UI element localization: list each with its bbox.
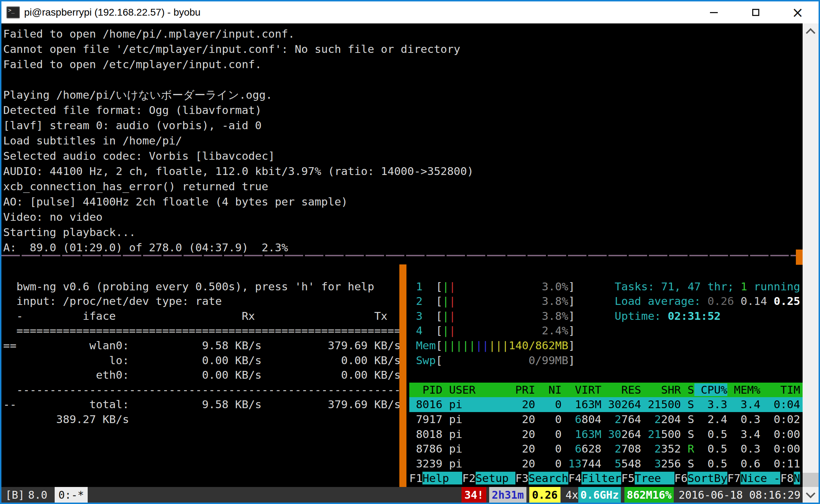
terminal-line: AO: [pulse] 44100Hz 2ch floatle (4 bytes…	[3, 194, 801, 209]
terminal-line: Selected audio codec: Vorbis [libavcodec…	[3, 148, 801, 164]
close-button[interactable]: ×	[777, 1, 819, 23]
window-title: pi@raspberrypi (192.168.22.57) - byobu	[24, 7, 201, 18]
status-segment-backend-indicator: [B]	[4, 487, 26, 503]
chevron-down-icon	[806, 488, 815, 498]
maximize-button[interactable]	[735, 1, 777, 23]
terminal-line: Starting playback...	[3, 225, 801, 240]
terminal-line: xcb_connection_has_error() returned true	[3, 179, 801, 194]
byobu-status-bar: [B]8.00:-* 34!2h31m0.264x0.6GHz862M16%20…	[1, 487, 803, 503]
terminal-line: 4 [|| 2.4%]	[409, 323, 803, 338]
terminal-line: eth0: 0.00 KB/s 0.00 KB/s	[3, 368, 399, 383]
active-pane-marker	[796, 250, 803, 265]
terminal-line: Playing /home/pi/いけないボーダーライン.ogg.	[3, 87, 801, 103]
terminal-line: 8016 pi 20 0 163M 30264 21500 S 3.3 3.4 …	[409, 397, 803, 412]
titlebar: >_ pi@raspberrypi (192.168.22.57) - byob…	[1, 1, 819, 23]
pane-divider-horizontal[interactable]	[1, 255, 803, 256]
terminal-line: Mem[||||||||||140/862MB]	[409, 338, 803, 353]
terminal-line: 8018 pi 20 0 163M 30264 21500 S 0.5 3.4 …	[409, 427, 803, 442]
terminal-line	[409, 368, 803, 383]
terminal-line: 8786 pi 20 0 6628 2708 2352 R 0.5 0.3 0:…	[409, 442, 803, 456]
terminal-line: Swp[ 0/99MB]	[409, 353, 803, 368]
status-right: 34!2h31m0.264x0.6GHz862M16%2016-06-18 08…	[459, 487, 803, 503]
terminal-line: -- total: 9.58 KB/s 379.69 KB/s	[3, 397, 399, 412]
terminal-line: Video: no video	[3, 209, 801, 225]
terminal-line	[409, 264, 803, 279]
status-segment-memory-usage: 862M16%	[624, 487, 673, 503]
status-segment-datetime: 2016-06-18 08:16:29	[677, 487, 803, 503]
terminal-line: ----------------------------------------…	[3, 383, 399, 398]
window: >_ pi@raspberrypi (192.168.22.57) - byob…	[0, 0, 820, 504]
pane-bwm-ng: bwm-ng v0.6 (probing every 0.500s), pres…	[3, 264, 399, 427]
status-segment-uptime-short: 2h31m	[489, 487, 526, 503]
status-segment-cpu-count: 4x	[561, 487, 578, 503]
status-left: [B]8.00:-*	[1, 487, 88, 503]
terminal-line: F1Help F2Setup F3SearchF4FilterF5Tree F6…	[409, 471, 803, 486]
terminal-line: Detected file format: Ogg (libavformat)	[3, 103, 801, 118]
terminal-line: lo: 0.00 KB/s 0.00 KB/s	[3, 353, 399, 368]
terminal-line: == wlan0: 9.58 KB/s 379.69 KB/s	[3, 338, 399, 353]
terminal-line: PID USER PRI NI VIRT RES SHR S CPU% MEM%…	[409, 383, 803, 398]
scroll-down-button[interactable]	[803, 487, 819, 503]
terminal-line: 389.27 KB/s	[3, 412, 399, 427]
scrollbar[interactable]	[803, 23, 819, 503]
terminal-line: bwm-ng v0.6 (probing every 0.500s), pres…	[3, 279, 399, 294]
terminal-line: [lavf] stream 0: audio (vorbis), -aid 0	[3, 118, 801, 133]
chevron-up-icon	[806, 28, 815, 38]
caption-buttons: ×	[693, 1, 819, 23]
status-segment-load-average: 0.26	[529, 487, 561, 503]
terminal-line: Failed to open /home/pi/.mplayer/input.c…	[3, 26, 801, 42]
pane-htop: 1 [|| 3.0%] Tasks: 71, 47 thr; 1 running…	[409, 264, 803, 486]
status-segment-cpu-frequency: 0.6GHz	[578, 487, 621, 503]
terminal-line	[3, 72, 801, 87]
pane-divider-vertical[interactable]	[399, 264, 406, 487]
scroll-up-button[interactable]	[803, 23, 819, 39]
terminal-line: Load subtitles in /home/pi/	[3, 133, 801, 148]
terminal-app-icon: >_	[6, 6, 20, 18]
terminal-line	[3, 264, 399, 279]
terminal-line: 1 [|| 3.0%] Tasks: 71, 47 thr; 1 running	[409, 279, 803, 294]
terminal-line: - iface Rx Tx	[3, 309, 399, 324]
minimize-icon	[710, 12, 718, 13]
terminal-viewport[interactable]: Failed to open /home/pi/.mplayer/input.c…	[1, 23, 803, 503]
minimize-button[interactable]	[693, 1, 735, 23]
terminal-line: 2 [|| 3.8%] Load average: 0.26 0.14 0.25	[409, 294, 803, 309]
terminal-line: 3239 pi 20 0 13744 5548 3256 S 0.5 0.6 0…	[409, 456, 803, 471]
pane-mplayer: Failed to open /home/pi/.mplayer/input.c…	[3, 26, 801, 255]
status-segment-temperature: 34!	[461, 487, 486, 503]
status-segment-version-indicator: 8.0	[26, 487, 49, 503]
terminal-line: input: /proc/net/dev type: rate	[3, 294, 399, 309]
terminal-line: A: 89.0 (01:29.0) of 278.0 (04:37.9) 2.3…	[3, 240, 801, 255]
terminal-line: AUDIO: 44100 Hz, 2 ch, floatle, 112.0 kb…	[3, 164, 801, 179]
terminal-line: 7917 pi 20 0 6804 2764 2204 S 2.4 0.3 0:…	[409, 412, 803, 427]
maximize-icon	[752, 9, 759, 16]
close-icon: ×	[792, 5, 804, 20]
terminal-line: Failed to open /etc/mplayer/input.conf.	[3, 57, 801, 72]
terminal-line: 3 [|| 3.8%] Uptime: 02:31:52	[409, 309, 803, 324]
status-segment-window-list: 0:-*	[55, 487, 87, 503]
terminal-line: Cannot open file '/etc/mplayer/input.con…	[3, 42, 801, 57]
terminal-line: ========================================…	[3, 323, 399, 338]
